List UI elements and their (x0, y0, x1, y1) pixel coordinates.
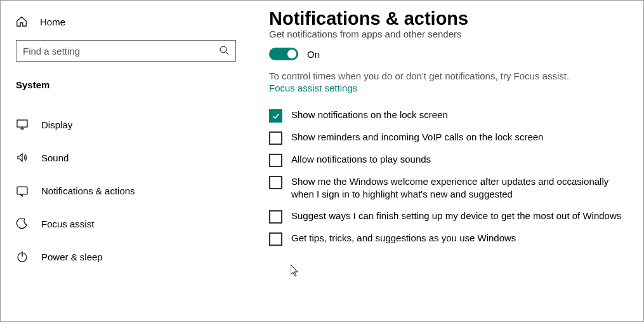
power-icon (16, 250, 29, 263)
category-label: System (16, 79, 236, 90)
focus-assist-hint: To control times when you do or don't ge… (269, 70, 626, 81)
checkbox-lock-screen-notifications[interactable]: Show notifications on the lock screen (269, 109, 626, 123)
checkbox-icon (269, 131, 282, 145)
checkbox-finish-setup[interactable]: Suggest ways I can finish setting up my … (269, 210, 626, 224)
display-icon (16, 118, 29, 131)
sidebar: Home System Display Sound Notifications … (1, 1, 251, 321)
focus-assist-link[interactable]: Focus assist settings (269, 83, 357, 93)
sidebar-item-sound[interactable]: Sound (1, 141, 236, 174)
checkbox-tips-tricks[interactable]: Get tips, tricks, and suggestions as you… (269, 232, 626, 246)
toggle-knob (287, 50, 296, 58)
sidebar-item-label: Power & sleep (41, 252, 103, 262)
checkbox-icon (269, 109, 282, 123)
home-label: Home (40, 17, 65, 27)
home-icon (16, 16, 27, 27)
notifications-icon (16, 184, 29, 197)
sidebar-item-display[interactable]: Display (1, 108, 236, 141)
notifications-toggle[interactable] (269, 48, 298, 60)
notifications-toggle-row: On (269, 48, 626, 60)
search-input[interactable] (23, 46, 219, 57)
sidebar-item-focus-assist[interactable]: Focus assist (1, 207, 236, 240)
page-subtitle: Get notifications from apps and other se… (269, 29, 626, 39)
sidebar-item-label: Focus assist (41, 218, 94, 229)
sidebar-item-notifications[interactable]: Notifications & actions (1, 174, 236, 207)
checkbox-icon (269, 210, 282, 224)
sidebar-item-label: Notifications & actions (41, 185, 135, 196)
checkbox-icon (269, 232, 282, 246)
toggle-state-label: On (307, 49, 320, 60)
sidebar-item-label: Display (41, 119, 72, 130)
checkbox-icon (269, 176, 282, 189)
sound-icon (16, 151, 29, 164)
home-button[interactable]: Home (16, 12, 236, 40)
content-area: Notifications & actions Get notification… (251, 1, 643, 321)
checkbox-welcome-experience[interactable]: Show me the Windows welcome experience a… (269, 175, 626, 201)
nav-list: Display Sound Notifications & actions Fo… (16, 108, 236, 273)
checkbox-label: Show notifications on the lock screen (291, 109, 448, 121)
search-icon (219, 45, 229, 57)
svg-point-0 (220, 46, 227, 53)
checkbox-label: Suggest ways I can finish setting up my … (291, 210, 621, 222)
page-title: Notifications & actions (269, 8, 626, 29)
focus-assist-icon (16, 217, 29, 230)
checkbox-icon (269, 154, 282, 167)
checkbox-label: Allow notifications to play sounds (291, 153, 431, 166)
checkbox-reminders-voip[interactable]: Show reminders and incoming VoIP calls o… (269, 131, 626, 145)
checkbox-list: Show notifications on the lock screen Sh… (269, 109, 626, 246)
checkbox-play-sounds[interactable]: Allow notifications to play sounds (269, 153, 626, 167)
svg-line-1 (226, 52, 228, 55)
checkbox-label: Get tips, tricks, and suggestions as you… (291, 232, 516, 245)
checkbox-label: Show reminders and incoming VoIP calls o… (291, 131, 543, 144)
search-box[interactable] (16, 40, 236, 62)
checkbox-label: Show me the Windows welcome experience a… (291, 175, 626, 201)
sidebar-item-label: Sound (41, 152, 69, 163)
sidebar-item-power[interactable]: Power & sleep (1, 240, 236, 273)
svg-rect-2 (17, 120, 27, 127)
svg-rect-5 (17, 187, 27, 194)
